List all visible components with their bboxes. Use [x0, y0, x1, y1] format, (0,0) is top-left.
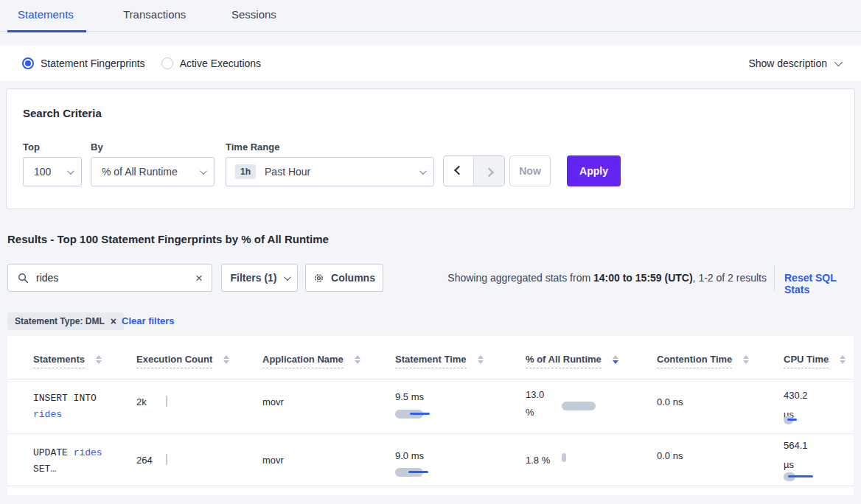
columns-button-label: Columns: [331, 272, 375, 284]
time-pager: [443, 155, 505, 186]
radio-active-executions-label: Active Executions: [180, 57, 262, 69]
now-button[interactable]: Now: [509, 155, 551, 186]
active-tab-indicator: [7, 30, 86, 32]
application-name-value: movr: [262, 396, 284, 407]
sort-icon[interactable]: [840, 355, 846, 364]
columns-button[interactable]: Columns: [305, 264, 383, 292]
sql-keyword: INSERT INTO: [33, 393, 97, 404]
clear-filters-link[interactable]: Clear filters: [122, 315, 175, 326]
chevron-left-icon: [454, 165, 464, 175]
filters-button-label: Filters (1): [230, 272, 276, 284]
cpu-time-mean-line: [788, 475, 813, 477]
view-mode-bar: Statement Fingerprints Active Executions…: [0, 46, 861, 81]
col-header-execution-count[interactable]: Execution Count: [136, 354, 229, 368]
show-description-label: Show description: [748, 57, 827, 69]
statement-time-value: 9.0 ms: [395, 450, 424, 461]
tab-sessions[interactable]: Sessions: [231, 8, 276, 21]
show-description-toggle[interactable]: Show description: [748, 46, 840, 81]
gear-icon: [313, 273, 324, 284]
filters-button[interactable]: Filters (1): [221, 264, 298, 292]
table-header-row: Statements Execution Count Application N…: [7, 336, 854, 379]
sql-activity-page: Statements Transactions Sessions Stateme…: [0, 0, 861, 504]
filter-chip-label: Statement Type: DML: [15, 316, 105, 326]
reset-sql-stats-link[interactable]: Reset SQL Stats: [784, 272, 861, 295]
time-range-label: Time Range: [226, 141, 279, 153]
search-input[interactable]: [36, 272, 195, 284]
filter-chip-statement-type: Statement Type: DML ×: [7, 312, 124, 330]
remove-filter-icon[interactable]: ×: [111, 316, 116, 326]
results-heading: Results - Top 100 Statement Fingerprints…: [7, 233, 329, 245]
view-mode-radio-group: Statement Fingerprints Active Executions: [22, 46, 261, 81]
stats-prefix: Showing aggregated stats from: [447, 272, 593, 284]
divider: [774, 265, 775, 290]
cpu-time-mean-line: [787, 419, 797, 421]
sort-icon[interactable]: [355, 355, 360, 364]
search-criteria-title: Search Criteria: [23, 107, 102, 119]
sort-icon[interactable]: [478, 355, 484, 364]
stats-time-range: 14:00 to 15:59 (UTC): [593, 272, 693, 284]
time-range-badge: 1h: [235, 164, 256, 179]
col-header-statements[interactable]: Statements: [33, 354, 102, 368]
search-icon: [18, 273, 29, 284]
time-range-select[interactable]: 1h Past Hour: [226, 157, 434, 186]
statement-fingerprint: INSERT INTO rides: [33, 391, 97, 423]
cpu-time-value: 564.1 µs: [784, 436, 808, 475]
radio-statement-fingerprints-label: Statement Fingerprints: [41, 57, 145, 69]
sort-icon[interactable]: [743, 355, 749, 364]
top-select[interactable]: 100: [23, 157, 82, 186]
chevron-down-icon: [67, 167, 74, 175]
table-row: UPDATE rides SET… 264 movr 9.0 ms 1.8 % …: [7, 434, 854, 486]
execution-count-bar: [166, 454, 167, 465]
statement-time-mean-line: [408, 471, 428, 473]
sort-icon[interactable]: [223, 355, 229, 364]
statement-time-value: 9.5 ms: [395, 391, 424, 402]
chevron-down-icon: [419, 167, 427, 175]
execution-count-bar: [166, 396, 167, 407]
col-header-statement-time[interactable]: Statement Time: [395, 354, 484, 368]
apply-button[interactable]: Apply: [567, 155, 621, 186]
radio-active-executions[interactable]: Active Executions: [161, 57, 262, 69]
top-label: Top: [23, 141, 40, 153]
sql-rest: SET…: [33, 463, 56, 475]
table-row: INSERT INTO rides 2k movr 9.5 ms 13.0 % …: [7, 379, 854, 434]
runtime-pct-value: 13.0 %: [526, 386, 544, 421]
runtime-pct-bar: [562, 453, 566, 462]
aggregated-stats-text: Showing aggregated stats from 14:00 to 1…: [447, 272, 767, 284]
search-criteria-card: Search Criteria Top By Time Range 100 % …: [6, 88, 855, 209]
col-header-pct-all-runtime[interactable]: % of All Runtime: [526, 354, 618, 368]
runtime-pct-value: 1.8 %: [526, 455, 550, 466]
contention-time-value: 0.0 ns: [657, 396, 683, 407]
by-label: By: [91, 141, 103, 153]
chevron-down-icon: [834, 58, 843, 66]
next-time-button[interactable]: [474, 156, 504, 186]
tab-statements[interactable]: Statements: [18, 8, 74, 21]
tab-bar: Statements Transactions Sessions: [0, 0, 861, 32]
top-select-value: 100: [34, 166, 51, 178]
execution-count-value: 264: [136, 455, 153, 466]
col-header-contention-time[interactable]: Contention Time: [657, 354, 749, 368]
tab-transactions[interactable]: Transactions: [123, 8, 186, 21]
clear-search-icon[interactable]: ×: [195, 272, 203, 284]
statement-link[interactable]: rides: [74, 447, 102, 458]
statement-time-mean-line: [410, 413, 430, 415]
chevron-down-icon: [283, 273, 290, 281]
sort-icon[interactable]: [96, 355, 102, 364]
previous-time-button[interactable]: [444, 156, 474, 186]
statement-fingerprint: UPDATE rides SET…: [33, 445, 102, 477]
sql-keyword: UPDATE: [33, 447, 68, 458]
sort-desc-icon[interactable]: [613, 355, 618, 364]
radio-statement-fingerprints[interactable]: Statement Fingerprints: [22, 57, 145, 69]
contention-time-value: 0.0 ns: [657, 450, 683, 461]
execution-count-value: 2k: [136, 396, 147, 407]
runtime-pct-bar: [562, 402, 596, 410]
statement-link[interactable]: rides: [33, 409, 62, 420]
chevron-down-icon: [200, 167, 207, 175]
by-select[interactable]: % of All Runtime: [91, 157, 215, 186]
radio-selected-icon: [22, 57, 34, 69]
statements-table: Statements Execution Count Application N…: [7, 336, 854, 495]
by-select-value: % of All Runtime: [102, 166, 178, 178]
col-header-cpu-time[interactable]: CPU Time: [784, 354, 846, 368]
col-header-application-name[interactable]: Application Name: [262, 354, 360, 368]
application-name-value: movr: [262, 455, 284, 466]
stats-suffix: , 1-2 of 2 results: [693, 272, 767, 284]
